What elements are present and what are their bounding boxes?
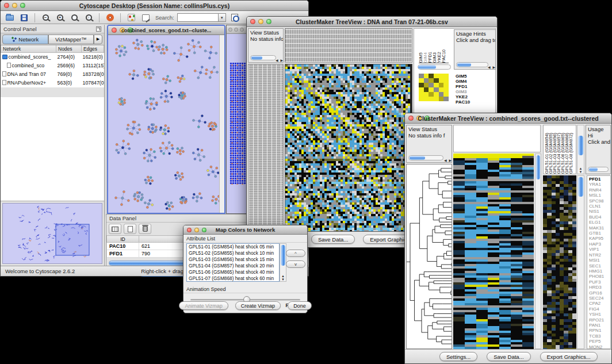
column-label[interactable]: PAC10 bbox=[442, 49, 446, 63]
gene-label[interactable]: BUD4 bbox=[589, 214, 610, 220]
move-up-button[interactable]: ^ bbox=[286, 250, 305, 257]
close-button[interactable] bbox=[228, 28, 232, 32]
help-button[interactable] bbox=[104, 13, 116, 23]
gene-label[interactable]: SEC24 bbox=[589, 296, 610, 301]
view-status-scrollbar[interactable] bbox=[250, 55, 276, 60]
column-label[interactable]: GPL51-08 (GSM872) bbox=[569, 133, 573, 174]
network-row[interactable]: RNAPuberNov2+563(0)107847(0) bbox=[1, 79, 104, 87]
gene-label[interactable]: PFD1 bbox=[456, 84, 470, 89]
minimize-button[interactable] bbox=[120, 28, 125, 33]
zoom-button[interactable] bbox=[266, 19, 271, 24]
save-session-button[interactable] bbox=[18, 13, 30, 23]
zoom-fit-button[interactable] bbox=[68, 13, 80, 23]
heatmap[interactable] bbox=[453, 154, 534, 349]
tab-vizmapper[interactable]: VizMapper™ bbox=[48, 35, 94, 44]
gene-label[interactable]: HAP3 bbox=[589, 242, 610, 247]
attribute-item[interactable]: GPL51-06 (GSM865) heat shock 40 min bbox=[187, 269, 279, 275]
usage-hints-scrollbar[interactable] bbox=[456, 62, 488, 67]
attr-col-id[interactable]: ID bbox=[107, 236, 139, 243]
animate-vizmap-button[interactable]: Animate Vizmap bbox=[179, 301, 228, 310]
gene-label[interactable]: MSL1 bbox=[589, 193, 610, 198]
gene-label[interactable]: PFD1 bbox=[589, 177, 610, 182]
gene-label[interactable]: CLN1 bbox=[589, 204, 610, 209]
gene-label[interactable]: GTB1 bbox=[589, 231, 610, 236]
similarity-matrix[interactable] bbox=[419, 74, 449, 101]
zoom-button[interactable] bbox=[202, 228, 206, 232]
gene-label[interactable]: GIM4 bbox=[456, 79, 470, 84]
gene-label[interactable]: PAC10 bbox=[456, 99, 470, 105]
attribute-list-scrollbar[interactable]: ▲▼ bbox=[280, 243, 286, 282]
zoom-button[interactable] bbox=[240, 28, 244, 32]
secondary-heatmap-scrollbar[interactable] bbox=[577, 175, 584, 349]
secondary-heatmap[interactable] bbox=[543, 175, 576, 349]
network-vertical-scrollbar[interactable] bbox=[219, 35, 224, 213]
export-graphics-button[interactable]: Export Graphics... bbox=[540, 352, 598, 361]
network-navigator[interactable] bbox=[2, 203, 102, 264]
attribute-item[interactable]: GPL51-04 (GSM857) heat shock 20 min bbox=[187, 263, 279, 269]
minimize-button[interactable] bbox=[194, 228, 199, 232]
gene-label[interactable]: GPI16 bbox=[589, 290, 610, 296]
search-input[interactable] bbox=[177, 13, 219, 22]
treeview1-titlebar[interactable]: ClusterMaker TreeView : DNA and Tran 07-… bbox=[247, 17, 497, 27]
gene-label[interactable]: PAN1 bbox=[589, 323, 610, 328]
col-network[interactable]: Network bbox=[1, 45, 56, 53]
navigator-viewport[interactable] bbox=[56, 224, 89, 255]
zoom-button[interactable] bbox=[424, 116, 430, 121]
gene-label[interactable]: YSH1 bbox=[589, 312, 610, 317]
network-canvas[interactable] bbox=[108, 35, 219, 213]
gene-label[interactable]: HMG1 bbox=[589, 269, 610, 274]
gene-label[interactable]: FIG4 bbox=[589, 306, 610, 312]
attribute-item[interactable]: GPL51-03 (GSM856) heat shock 15 min bbox=[187, 256, 279, 263]
vizmapper-shortcut-button[interactable] bbox=[125, 13, 137, 23]
gene-label[interactable]: PHO81 bbox=[589, 274, 610, 279]
gene-label[interactable]: RPN1 bbox=[589, 328, 610, 333]
attribute-item[interactable]: GPL51-02 (GSM855) heat shock 10 min bbox=[187, 250, 279, 256]
gene-label[interactable]: SPC98 bbox=[589, 198, 610, 204]
column-labels-scrollbar[interactable] bbox=[418, 64, 451, 70]
gene-label[interactable]: MON2 bbox=[589, 344, 610, 349]
network-view-titlebar[interactable]: combined_scores_good.txt--cluste... bbox=[108, 26, 224, 35]
gene-list[interactable]: PFD1YRA1RNR4MSL1SPC98CLN1NIS1BUD4ELG1MAK… bbox=[587, 175, 611, 349]
zoom-out-button[interactable]: − bbox=[40, 13, 51, 23]
zoom-selected-button[interactable]: ▫ bbox=[83, 13, 94, 23]
attribute-item[interactable]: GPL51-07 (GSM868) heat shock 60 min bbox=[187, 275, 279, 282]
gene-label[interactable]: CPA2 bbox=[589, 301, 610, 306]
search-dropdown-button[interactable]: ▼ bbox=[219, 13, 226, 22]
gene-label[interactable]: ELG1 bbox=[589, 220, 610, 225]
view-status-scrollbar[interactable] bbox=[408, 155, 443, 160]
gene-label[interactable]: HRD3 bbox=[589, 285, 610, 290]
gene-label[interactable]: KAP95 bbox=[589, 236, 610, 241]
attribute-list[interactable]: GPL51-01 (GSM854) heat shock 05 minGPL51… bbox=[186, 243, 280, 282]
delete-attribute-button[interactable] bbox=[139, 224, 151, 234]
done-button[interactable]: Done bbox=[288, 301, 312, 310]
network-row[interactable]: combined_sco2569(6)13112(15) bbox=[1, 62, 104, 70]
cytoscape-titlebar[interactable]: Cytoscape Desktop (Session Name: collins… bbox=[1, 1, 308, 11]
gene-label[interactable]: VIP1 bbox=[589, 247, 610, 252]
annotation-button[interactable] bbox=[140, 13, 151, 23]
scroll-arrows-icon[interactable]: ◀ ▶ bbox=[276, 58, 284, 62]
gene-label[interactable]: YKE2 bbox=[456, 94, 470, 99]
gene-label[interactable]: SEC1 bbox=[589, 263, 610, 269]
scroll-arrows-icon[interactable]: ◀ ▶ bbox=[444, 158, 452, 162]
usage-hints-scrollbar[interactable] bbox=[588, 167, 609, 172]
column-dendrogram[interactable] bbox=[285, 28, 412, 63]
gene-label[interactable]: GIM3 bbox=[456, 89, 470, 94]
column-label[interactable]: YKE2 bbox=[437, 52, 441, 63]
open-session-button[interactable] bbox=[4, 13, 16, 23]
treeview2-titlebar[interactable]: ClusterMaker TreeView : combined_scores_… bbox=[405, 113, 611, 124]
gene-label[interactable]: NIS1 bbox=[589, 209, 610, 214]
new-attribute-button[interactable] bbox=[124, 224, 136, 234]
zoom-button[interactable] bbox=[128, 28, 133, 33]
scroll-arrows-icon[interactable]: ◀ ▶ bbox=[488, 65, 496, 69]
tab-overflow-button[interactable]: ▶ bbox=[94, 35, 102, 44]
row-dendrogram[interactable] bbox=[406, 164, 452, 349]
close-button[interactable] bbox=[250, 19, 255, 24]
gene-label[interactable]: YRA1 bbox=[589, 182, 610, 187]
tab-network[interactable]: Network bbox=[2, 35, 48, 44]
save-data-button[interactable]: Save Data... bbox=[487, 352, 530, 361]
gene-label[interactable]: GIM5 bbox=[456, 74, 470, 79]
dialog-titlebar[interactable]: Map Colors to Network bbox=[183, 225, 307, 235]
save-data-button[interactable]: Save Data... bbox=[311, 235, 355, 244]
animation-speed-slider[interactable] bbox=[190, 299, 300, 301]
attribute-item[interactable]: GPL51-01 (GSM854) heat shock 05 min bbox=[187, 244, 279, 250]
